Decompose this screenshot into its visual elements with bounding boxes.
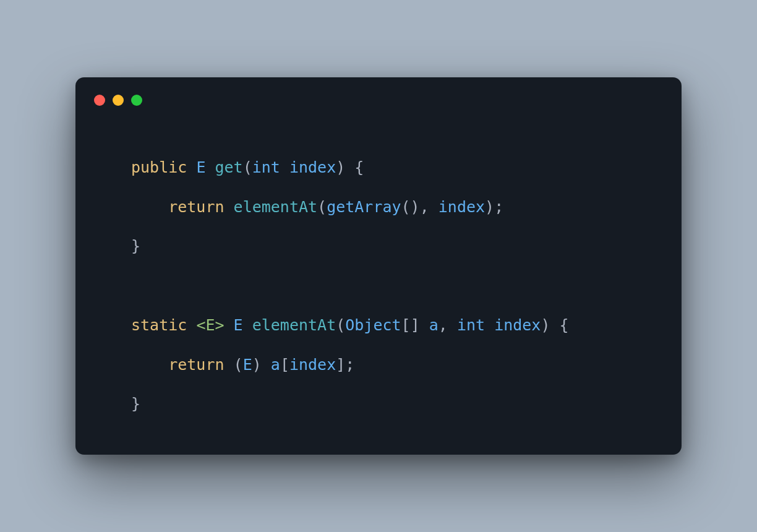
code-token — [131, 198, 168, 216]
code-token: ( — [317, 198, 327, 216]
code-token — [225, 356, 234, 374]
code-token: { — [560, 316, 569, 334]
code-token — [485, 316, 494, 334]
code-token: } — [131, 395, 140, 413]
code-token: elementAt — [252, 316, 336, 334]
code-token: index — [289, 158, 336, 176]
code-token: return — [168, 198, 224, 216]
code-token: Object — [345, 316, 401, 334]
code-token: E — [234, 316, 243, 334]
code-token: ; — [494, 198, 503, 216]
code-token: elementAt — [234, 198, 317, 216]
code-line: return elementAt(getArray(), index); — [131, 187, 644, 227]
code-token — [280, 158, 289, 176]
code-token: E — [243, 356, 252, 374]
code-token: index — [438, 198, 485, 216]
code-token: a — [429, 316, 438, 334]
code-window: public E get(int index) { return element… — [75, 77, 682, 455]
code-token: ; — [345, 356, 354, 374]
code-token: ( — [336, 316, 345, 334]
code-token — [262, 356, 271, 374]
code-token: index — [494, 316, 541, 334]
code-token: a — [271, 356, 280, 374]
code-token: [ — [280, 356, 289, 374]
code-token: ) — [336, 158, 345, 176]
code-line: return (E) a[index]; — [131, 345, 644, 385]
maximize-icon[interactable] — [131, 95, 142, 106]
code-token — [550, 316, 559, 334]
code-token: } — [131, 237, 140, 255]
code-token: ) — [485, 198, 494, 216]
code-token: public — [131, 158, 187, 176]
code-token: static — [131, 316, 187, 334]
code-token: getArray — [327, 198, 401, 216]
code-line — [131, 266, 644, 306]
code-token: index — [289, 356, 336, 374]
code-line: public E get(int index) { — [131, 148, 644, 187]
code-token: ] — [411, 316, 420, 334]
code-token — [131, 356, 168, 374]
code-block: public E get(int index) { return element… — [75, 111, 682, 424]
code-token — [420, 316, 429, 334]
code-line: } — [131, 226, 644, 266]
close-icon[interactable] — [94, 95, 105, 106]
code-token: ) — [252, 356, 262, 374]
code-token — [205, 158, 215, 176]
code-line: static <E> E elementAt(Object[] a, int i… — [131, 306, 644, 345]
code-token: [ — [401, 316, 411, 334]
code-token — [187, 316, 196, 334]
code-token: int — [457, 316, 485, 334]
minimize-icon[interactable] — [113, 95, 124, 106]
code-token: ( — [401, 198, 411, 216]
code-token — [225, 198, 234, 216]
code-token: get — [215, 158, 243, 176]
code-token: <E> — [196, 316, 224, 334]
code-token: int — [252, 158, 280, 176]
code-token — [225, 316, 234, 334]
code-token: ( — [243, 158, 252, 176]
code-token — [448, 316, 457, 334]
code-token: , — [438, 316, 448, 334]
code-token: ( — [234, 356, 243, 374]
code-token — [345, 158, 354, 176]
window-titlebar — [75, 77, 682, 111]
code-token — [187, 158, 196, 176]
code-token: ] — [336, 356, 345, 374]
code-token: , — [420, 198, 429, 216]
code-token — [429, 198, 438, 216]
code-token: return — [168, 356, 224, 374]
code-token: E — [196, 158, 205, 176]
code-token — [243, 316, 252, 334]
code-token: { — [354, 158, 364, 176]
code-token: ) — [411, 198, 420, 216]
code-line: } — [131, 384, 644, 424]
code-token: ) — [541, 316, 550, 334]
